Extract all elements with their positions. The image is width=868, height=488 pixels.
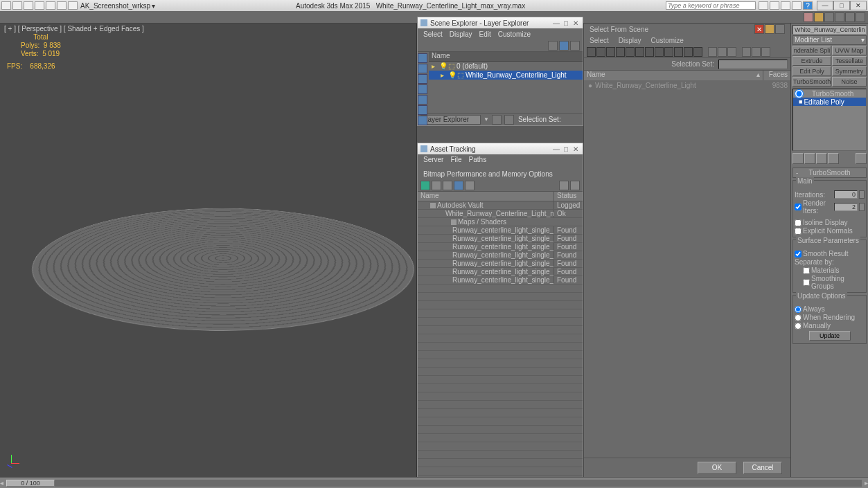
filter-geometry-icon[interactable] bbox=[418, 64, 427, 73]
when-rendering-radio[interactable] bbox=[795, 314, 801, 321]
smoothing-groups-checkbox[interactable] bbox=[803, 279, 810, 286]
menu-bitmap[interactable]: Bitmap Performance and Memory Options bbox=[423, 170, 553, 178]
timeline-handle[interactable]: 0 / 100 bbox=[6, 480, 55, 487]
stack-enable-radio[interactable] bbox=[795, 89, 804, 98]
show-end-result-icon[interactable] bbox=[804, 153, 815, 164]
link-icon[interactable] bbox=[68, 1, 78, 10]
remove-modifier-icon[interactable] bbox=[828, 153, 839, 164]
rollout-turbosmooth[interactable]: TurboSmooth bbox=[792, 168, 867, 178]
layer-row-object[interactable]: ▸💡⬚ White_Runway_Centerline_Light bbox=[429, 71, 583, 80]
workspace-label[interactable]: AK_Screenshot_wrksp bbox=[80, 2, 150, 10]
expand-all-icon[interactable] bbox=[708, 47, 717, 57]
edit-poly-button[interactable]: Edit Poly bbox=[792, 66, 831, 76]
menu-display[interactable]: Display bbox=[619, 37, 641, 44]
motion-tab-icon[interactable] bbox=[835, 12, 844, 22]
filter-shapes-icon[interactable] bbox=[418, 74, 427, 84]
signin-icon[interactable] bbox=[770, 1, 779, 10]
filter-toggle-1-icon[interactable] bbox=[742, 47, 751, 57]
filter-all-icon[interactable] bbox=[587, 47, 596, 57]
stack-item-turbosmooth[interactable]: TurboSmooth bbox=[793, 89, 866, 98]
open-icon[interactable] bbox=[24, 1, 33, 10]
cancel-button[interactable]: Cancel bbox=[743, 462, 782, 474]
menu-display[interactable]: Display bbox=[450, 30, 472, 38]
filter-xref-icon[interactable] bbox=[664, 47, 673, 57]
create-tab-icon[interactable] bbox=[804, 12, 813, 22]
sfs-titlebar[interactable]: Select From Scene ✕ bbox=[584, 24, 790, 35]
asset-tracking-titlebar[interactable]: Asset Tracking — □ ✕ bbox=[418, 143, 583, 154]
help-icon[interactable]: ? bbox=[803, 1, 813, 10]
exchange-icon[interactable] bbox=[781, 1, 790, 10]
timeline-track[interactable]: 0 / 100 bbox=[6, 480, 862, 487]
selection-set-combo[interactable] bbox=[718, 60, 788, 69]
pin-icon[interactable] bbox=[504, 115, 514, 125]
render-iters-checkbox[interactable] bbox=[795, 204, 801, 210]
explorer-combo[interactable]: Layer Explorer bbox=[420, 115, 481, 125]
at-tree-icon[interactable] bbox=[454, 181, 463, 190]
materials-checkbox[interactable] bbox=[803, 267, 810, 274]
redo-icon[interactable] bbox=[57, 1, 67, 10]
filter-lights-icon[interactable] bbox=[418, 84, 427, 94]
filter-geom-icon[interactable] bbox=[596, 47, 605, 57]
sfs-opt-icon[interactable] bbox=[775, 24, 785, 34]
asset-row[interactable]: Runway_centerline_light_single_Diffuse.p… bbox=[418, 226, 583, 235]
asset-row[interactable]: White_Runway_Centerline_Light_max_vray.m… bbox=[418, 210, 583, 218]
filter-bone-icon[interactable] bbox=[674, 47, 683, 57]
pin-stack-icon[interactable] bbox=[792, 153, 804, 164]
tessellate-button[interactable]: Tessellate bbox=[832, 56, 867, 66]
select-children-icon[interactable] bbox=[727, 47, 736, 57]
help-search-input[interactable] bbox=[666, 1, 756, 10]
smooth-result-checkbox[interactable] bbox=[795, 251, 801, 257]
ok-button[interactable]: OK bbox=[698, 462, 736, 474]
menu-select[interactable]: Select bbox=[423, 30, 443, 38]
panel-close-icon[interactable]: ✕ bbox=[572, 145, 580, 153]
at-tool2-icon[interactable] bbox=[432, 181, 441, 190]
asset-tracking-list[interactable]: Autodesk VaultLoggedWhite_Runway_Centerl… bbox=[418, 201, 583, 284]
filter-shape-icon[interactable] bbox=[606, 47, 615, 57]
asset-tracking-header[interactable]: Name Status bbox=[418, 192, 583, 201]
undo-icon[interactable] bbox=[46, 1, 55, 10]
utilities-tab-icon[interactable] bbox=[856, 12, 865, 22]
iterations-field[interactable]: 0 bbox=[834, 190, 858, 199]
find-icon[interactable] bbox=[548, 41, 558, 51]
menu-select[interactable]: Select bbox=[590, 37, 609, 44]
modify-tab-icon[interactable] bbox=[814, 12, 824, 22]
menu-server[interactable]: Server bbox=[423, 156, 443, 163]
spinner-icon[interactable] bbox=[859, 203, 865, 211]
filter-toggle-3-icon[interactable] bbox=[761, 47, 770, 57]
filter-light-icon[interactable] bbox=[616, 47, 625, 57]
sfs-header[interactable]: Name▴ Faces bbox=[584, 71, 790, 80]
sfs-list[interactable]: ●White_Runway_Centerline_Light 9838 bbox=[584, 80, 790, 458]
symmetry-button[interactable]: Symmetry bbox=[832, 66, 867, 76]
menu-edit[interactable]: Edit bbox=[479, 30, 491, 38]
modifier-list-dropdown[interactable]: Modifier List▾ bbox=[792, 35, 867, 45]
asset-row[interactable]: Runway_centerline_light_single_Refractio… bbox=[418, 268, 583, 276]
display-tab-icon[interactable] bbox=[845, 12, 855, 22]
menu-customize[interactable]: Customize bbox=[651, 37, 684, 44]
at-help-icon[interactable] bbox=[559, 181, 569, 190]
renderable-spline-button[interactable]: nderable Spli bbox=[792, 46, 831, 55]
panel-minimize-icon[interactable]: — bbox=[552, 145, 560, 153]
at-refresh-icon[interactable] bbox=[420, 181, 430, 190]
menu-customize[interactable]: Customize bbox=[498, 30, 531, 38]
asset-row[interactable]: Autodesk VaultLogged bbox=[418, 201, 583, 210]
asset-row[interactable]: Runway_centerline_light_single_Glossines… bbox=[418, 251, 583, 260]
panel-close-icon[interactable]: ✕ bbox=[572, 19, 580, 27]
filter-container-icon[interactable] bbox=[684, 47, 693, 57]
filter-helper-icon[interactable] bbox=[635, 47, 644, 57]
panel-minimize-icon[interactable]: — bbox=[552, 19, 560, 27]
view-layers-icon[interactable] bbox=[559, 41, 569, 51]
collapse-all-icon[interactable] bbox=[718, 47, 727, 57]
hierarchy-tab-icon[interactable] bbox=[824, 12, 834, 22]
stack-item-editable-poly[interactable]: ■ Editable Poly bbox=[793, 98, 866, 106]
render-iters-field[interactable]: 2 bbox=[834, 203, 858, 211]
app-icon[interactable] bbox=[1, 1, 11, 10]
options-icon[interactable] bbox=[570, 41, 580, 51]
filter-warp-icon[interactable] bbox=[645, 47, 654, 57]
update-button[interactable]: Update bbox=[809, 331, 851, 341]
at-settings-icon[interactable] bbox=[570, 181, 580, 190]
panel-maximize-icon[interactable]: □ bbox=[562, 145, 570, 153]
sfs-pin-icon[interactable] bbox=[765, 24, 774, 34]
at-list-icon[interactable] bbox=[465, 181, 475, 190]
filter-spacewarps-icon[interactable] bbox=[418, 116, 427, 125]
always-radio[interactable] bbox=[795, 306, 801, 313]
